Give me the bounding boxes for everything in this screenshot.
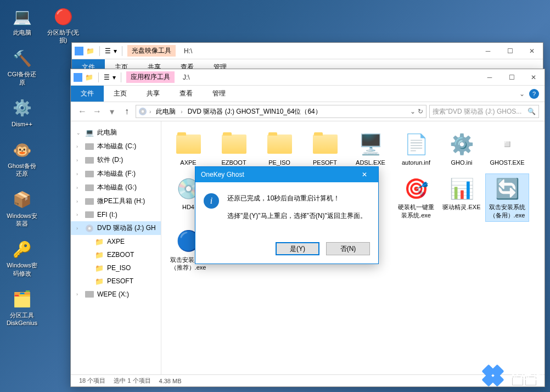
file-item[interactable]: 📄autorun.inf [395, 130, 437, 169]
status-item-count: 18 个项目 [79, 377, 105, 385]
desktop-icon-ghost-backup[interactable]: 🐵Ghost备份还原 [5, 139, 38, 178]
qa-new-folder-icon[interactable]: 📁 [85, 74, 93, 81]
dialog-no-button[interactable]: 否(N) [326, 242, 370, 255]
explorer-icon [75, 47, 83, 55]
search-icon[interactable]: 🔍 [527, 108, 536, 115]
ribbon-expand-icon[interactable]: ⌄ [519, 90, 525, 98]
tree-this-pc[interactable]: ⌄💻此电脑 [71, 126, 161, 139]
desktop-icon-windows-installer[interactable]: 📦Windows安装器 [5, 189, 38, 228]
status-size: 4.38 MB [159, 378, 182, 384]
ribbon-tabs-front: 文件 主页 共享 查看 管理 ⌄ ? [71, 86, 545, 102]
titlebar-front[interactable]: 📁 ☰ ▾ 应用程序工具 J:\ ─ ☐ ✕ [71, 69, 545, 86]
dialog-message-2: 选择"是(Y)"马上重启，选择"否(N)"返回主界面。 [227, 211, 367, 221]
breadcrumb-this-pc[interactable]: 此电脑 [154, 106, 178, 117]
qa-new-folder-icon[interactable]: 📁 [86, 47, 94, 55]
tree-item[interactable]: 📁PE_ISO [71, 261, 161, 275]
refresh-icon[interactable]: ↻ [418, 108, 423, 115]
nav-up-button[interactable]: ↑ [121, 105, 133, 117]
tab-file[interactable]: 文件 [71, 86, 104, 102]
dialog-close-button[interactable]: ✕ [356, 171, 373, 178]
dialog-titlebar[interactable]: OneKey Ghost ✕ [195, 167, 378, 182]
tree-item[interactable]: ›WEPE (X:) [71, 288, 161, 301]
tool-badge-disc: 光盘映像工具 [127, 45, 176, 57]
file-item[interactable]: PESOFT [304, 130, 346, 169]
tab-manage[interactable]: 管理 [203, 86, 235, 102]
maximize-button[interactable]: ☐ [499, 43, 521, 59]
nav-back-button[interactable]: ← [76, 105, 88, 117]
breadcrumb-dvd[interactable]: DVD 驱动器 (J:) GHOST_WIN10_64位（64） [186, 106, 324, 117]
desktop-icon-diskgenius[interactable]: 🗂️分区工具DiskGenius [5, 288, 38, 327]
nav-history-button[interactable]: ▾ [106, 105, 118, 117]
desktop-icon-partition-assistant[interactable]: 🔴分区助手(无损) [47, 5, 80, 44]
maximize-button[interactable]: ☐ [501, 69, 523, 86]
explorer-icon [74, 73, 82, 82]
drive-icon [139, 108, 147, 115]
tab-share[interactable]: 共享 [137, 86, 170, 102]
tree-item[interactable]: ›本地磁盘 (F:) [71, 167, 161, 181]
watermark-url: xitongcheng.com [496, 358, 542, 365]
tab-view[interactable]: 查看 [170, 86, 203, 102]
file-item[interactable]: EZBOOT [212, 130, 255, 169]
tree-item[interactable]: ›本地磁盘 (C:) [71, 139, 161, 153]
file-item[interactable]: PE_ISO [258, 130, 301, 169]
address-bar[interactable]: › 此电脑 › DVD 驱动器 (J:) GHOST_WIN10_64位（64）… [136, 105, 426, 118]
qa-properties-icon[interactable]: ☰ [105, 47, 111, 55]
status-bar: 18 个项目 选中 1 个项目 4.38 MB [71, 374, 545, 387]
file-item[interactable]: 🔄双击安装系统（备用）.exe [486, 174, 529, 221]
desktop-icon-this-pc[interactable]: 💻此电脑 [5, 5, 38, 36]
qa-properties-icon[interactable]: ☰ [104, 74, 110, 81]
file-item[interactable]: 🎯硬装机一键重装系统.exe [395, 174, 437, 221]
file-item[interactable]: ▫️GHOST.EXE [486, 130, 529, 169]
close-button[interactable]: ✕ [521, 43, 543, 59]
info-icon: i [204, 193, 219, 209]
watermark: 系统城 [482, 365, 545, 387]
navigation-pane: ⌄💻此电脑 ›本地磁盘 (C:)›软件 (D:)›本地磁盘 (F:)›本地磁盘 … [71, 121, 161, 374]
tree-item[interactable]: ›EFI (I:) [71, 208, 161, 221]
search-input[interactable]: 搜索"DVD 驱动器 (J:) GHOS... 🔍 [429, 105, 539, 118]
close-button[interactable]: ✕ [523, 69, 545, 86]
tree-item[interactable]: ›DVD 驱动器 (J:) GH [71, 221, 161, 235]
address-dropdown-icon[interactable]: ⌄ [410, 108, 416, 115]
status-selected: 选中 1 个项目 [114, 377, 150, 385]
nav-forward-button[interactable]: → [91, 105, 103, 117]
tree-item[interactable]: ›微PE工具箱 (H:) [71, 194, 161, 208]
file-item[interactable]: 📊驱动精灵.EXE [440, 174, 483, 221]
desktop-icon-cgi-backup[interactable]: 🔨CGI备份还原 [5, 47, 38, 86]
watermark-logo-icon [478, 360, 509, 391]
file-item[interactable]: AXPE [167, 130, 210, 169]
desktop-icons-col1: 💻此电脑 🔨CGI备份还原 ⚙️Dism++ 🐵Ghost备份还原 📦Windo… [5, 5, 44, 338]
tree-item[interactable]: 📁EZBOOT [71, 248, 161, 261]
dialog-title-text: OneKey Ghost [201, 171, 244, 178]
titlebar-path-j: J:\ [183, 74, 190, 81]
desktop-icon-dism[interactable]: ⚙️Dism++ [5, 97, 38, 128]
minimize-button[interactable]: ─ [477, 43, 499, 59]
tree-item[interactable]: ›软件 (D:) [71, 153, 161, 167]
file-item[interactable]: ⚙️GHO.ini [440, 130, 483, 169]
tree-item[interactable]: 📁PESOFT [71, 275, 161, 288]
tree-item[interactable]: 📁AXPE [71, 235, 161, 248]
dialog-yes-button[interactable]: 是(Y) [276, 242, 319, 255]
file-item[interactable]: 🖥️ADSL.EXE [349, 130, 392, 169]
onekey-ghost-dialog: OneKey Ghost ✕ i 还原已完成，10秒后自动重启计算机！ 选择"是… [195, 166, 379, 264]
minimize-button[interactable]: ─ [479, 69, 501, 86]
nav-bar: ← → ▾ ↑ › 此电脑 › DVD 驱动器 (J:) GHOST_WIN10… [71, 102, 545, 121]
tab-home[interactable]: 主页 [104, 86, 137, 102]
dialog-message-1: 还原已完成，10秒后自动重启计算机！ [227, 193, 367, 203]
help-icon[interactable]: ? [529, 89, 539, 99]
titlebar-path-h: H:\ [184, 47, 192, 55]
titlebar-back[interactable]: 📁 ☰ ▾ 光盘映像工具 H:\ ─ ☐ ✕ [72, 43, 543, 59]
tree-item[interactable]: ›本地磁盘 (G:) [71, 181, 161, 194]
desktop-icon-windows-password[interactable]: 🔑Windows密码修改 [5, 238, 38, 277]
tool-badge-app: 应用程序工具 [126, 71, 175, 83]
